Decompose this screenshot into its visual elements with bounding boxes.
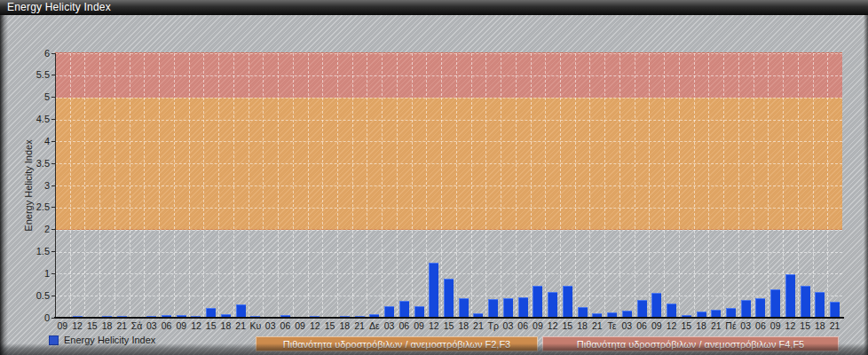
y-tick-mark [51,141,55,142]
x-tick-label: 09 [55,320,70,332]
y-tick-label: 3 [20,181,50,191]
y-tick-label: 2 [20,225,50,234]
gridline-horizontal [55,75,842,76]
x-tick-label: 09 [293,320,308,332]
x-tick-label: 09 [174,320,189,332]
bar [236,304,246,318]
x-tick-label: 12 [308,320,323,332]
y-tick-mark [51,273,55,274]
x-tick-label: Δε [367,320,382,332]
y-tick-mark [51,163,55,164]
bar [815,292,825,318]
bar [444,279,454,318]
y-tick-label: 4 [20,137,50,146]
bar [801,286,810,318]
y-tick-mark [51,75,55,75]
gridline-horizontal [55,98,842,99]
x-tick-label: 12 [664,320,679,332]
y-tick-label: 6 [20,49,50,59]
bar [637,300,647,318]
x-axis-line [54,317,844,319]
y-tick-label: 1 [20,269,50,279]
x-tick-label: 18 [456,320,471,332]
bar [533,286,542,318]
x-tick-label: 18 [337,320,352,332]
plot-area [55,53,842,318]
x-tick-label: 09 [531,320,546,332]
gridline-horizontal [55,185,842,186]
x-tick-label: 06 [397,320,412,332]
y-tick-mark [51,229,55,230]
x-tick-label: 12 [189,320,204,332]
x-tick-label: 21 [233,320,249,332]
gridline-horizontal [55,208,842,209]
frame-shadow-left [0,15,8,355]
window-title: Energy Helicity Index [0,1,111,13]
x-tick-label: 21 [708,320,723,332]
bar [488,299,498,318]
y-tick-label: 4.5 [20,114,50,124]
x-tick-label: 21 [352,320,367,332]
bar [548,292,557,318]
x-tick-label: 21 [827,320,842,332]
gridline-horizontal [55,163,842,164]
y-tick-label: 2.5 [20,202,50,212]
x-tick-label: 15 [679,320,694,332]
x-tick-label: 03 [619,320,635,332]
x-tick-label: 18 [218,320,233,332]
x-tick-label: 12 [545,320,560,332]
x-tick-label: 18 [813,320,828,332]
y-tick-mark [51,296,55,296]
x-tick-label: 12 [426,320,441,332]
x-tick-label: 12 [70,320,85,332]
x-tick-label: 12 [783,320,798,332]
bar [830,302,840,318]
x-tick-label: Πέ [723,320,738,332]
y-tick-mark [51,251,55,252]
x-tick-label: 21 [589,320,604,332]
gridline-horizontal [55,53,842,54]
x-tick-label: 18 [575,320,590,332]
x-tick-label: 03 [501,320,516,332]
y-tick-mark [51,318,55,319]
x-tick-label: Κυ [249,320,264,332]
x-tick-label: 06 [159,320,174,332]
bar [667,304,676,318]
y-tick-label: 0.5 [20,291,50,301]
x-tick-label: 03 [382,320,397,332]
y-tick-label: 5 [20,92,50,102]
y-tick-mark [51,119,55,120]
bar [429,263,438,318]
x-tick-label: 21 [114,320,130,332]
x-tick-label: 15 [560,320,575,332]
x-tick-label: Τε [604,320,619,332]
x-tick-label: 03 [144,320,159,332]
y-axis-line [55,53,56,318]
x-tick-label: Σά [130,320,145,332]
x-tick-label: 18 [694,320,709,332]
gridline-horizontal [55,141,842,142]
y-tick-label: 3.5 [20,159,50,169]
x-tick-label: 09 [412,320,427,332]
gridline-horizontal [55,252,842,253]
x-tick-label: 15 [441,320,456,332]
x-tick-label: 18 [99,320,114,332]
y-tick-mark [51,207,55,208]
x-tick-label: 09 [768,320,783,332]
bar [563,286,572,318]
gridline-horizontal [55,120,842,121]
x-tick-label: 06 [754,320,769,332]
bar [651,293,661,318]
y-tick-label: 5.5 [20,70,50,80]
chart-window: Energy Helicity Index Energy Helicity In… [0,0,868,355]
y-tick-mark [51,53,55,54]
window-titlebar: Energy Helicity Index [0,0,868,15]
y-tick-label: 1.5 [20,247,50,256]
frame-shadow-right [864,15,868,355]
bar [770,289,780,318]
x-tick-label: 15 [84,320,99,332]
x-tick-label: 06 [635,320,650,332]
bar [755,298,765,318]
bar [785,274,795,318]
x-tick-label: 06 [516,320,531,332]
